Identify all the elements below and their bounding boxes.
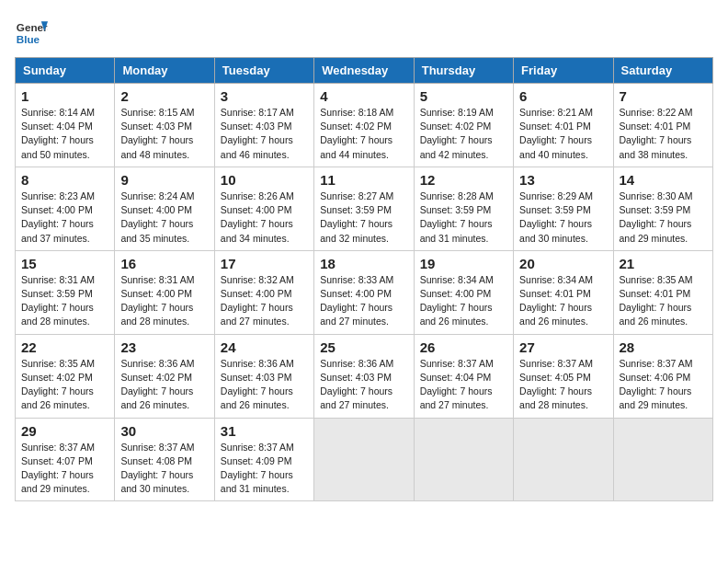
calendar-cell: 2Sunrise: 8:15 AM Sunset: 4:03 PM Daylig… <box>115 84 214 167</box>
calendar-cell: 16Sunrise: 8:31 AM Sunset: 4:00 PM Dayli… <box>115 250 214 334</box>
day-info: Sunrise: 8:37 AM Sunset: 4:06 PM Dayligh… <box>620 357 707 413</box>
day-info: Sunrise: 8:37 AM Sunset: 4:07 PM Dayligh… <box>21 441 108 497</box>
day-info: Sunrise: 8:24 AM Sunset: 4:00 PM Dayligh… <box>120 190 208 246</box>
day-number: 12 <box>420 172 507 188</box>
calendar-cell: 12Sunrise: 8:28 AM Sunset: 3:59 PM Dayli… <box>414 167 513 250</box>
calendar-cell: 1Sunrise: 8:14 AM Sunset: 4:04 PM Daylig… <box>16 84 115 167</box>
day-number: 29 <box>21 423 108 439</box>
day-info: Sunrise: 8:30 AM Sunset: 3:59 PM Dayligh… <box>620 190 707 246</box>
weekday-header-thursday: Thursday <box>414 58 513 84</box>
day-number: 4 <box>320 88 407 104</box>
calendar-cell: 18Sunrise: 8:33 AM Sunset: 4:00 PM Dayli… <box>314 250 414 334</box>
calendar-cell: 11Sunrise: 8:27 AM Sunset: 3:59 PM Dayli… <box>314 167 414 250</box>
calendar-cell: 4Sunrise: 8:18 AM Sunset: 4:02 PM Daylig… <box>314 84 414 167</box>
day-number: 2 <box>120 88 208 104</box>
calendar-cell: 17Sunrise: 8:32 AM Sunset: 4:00 PM Dayli… <box>214 250 313 334</box>
day-number: 26 <box>420 339 507 355</box>
calendar-cell: 10Sunrise: 8:26 AM Sunset: 4:00 PM Dayli… <box>214 167 313 250</box>
calendar-cell: 27Sunrise: 8:37 AM Sunset: 4:05 PM Dayli… <box>514 334 613 418</box>
day-info: Sunrise: 8:35 AM Sunset: 4:02 PM Dayligh… <box>21 357 108 413</box>
day-info: Sunrise: 8:22 AM Sunset: 4:01 PM Dayligh… <box>620 106 707 162</box>
day-info: Sunrise: 8:31 AM Sunset: 4:00 PM Dayligh… <box>120 273 208 329</box>
day-info: Sunrise: 8:33 AM Sunset: 4:00 PM Dayligh… <box>320 273 407 329</box>
day-info: Sunrise: 8:23 AM Sunset: 4:00 PM Dayligh… <box>21 190 108 246</box>
calendar-cell: 14Sunrise: 8:30 AM Sunset: 3:59 PM Dayli… <box>613 167 712 250</box>
calendar-cell: 31Sunrise: 8:37 AM Sunset: 4:09 PM Dayli… <box>214 418 313 501</box>
day-number: 15 <box>21 256 108 271</box>
day-info: Sunrise: 8:37 AM Sunset: 4:05 PM Dayligh… <box>519 357 607 413</box>
day-info: Sunrise: 8:27 AM Sunset: 3:59 PM Dayligh… <box>320 190 407 246</box>
day-number: 27 <box>519 339 607 355</box>
day-info: Sunrise: 8:19 AM Sunset: 4:02 PM Dayligh… <box>420 106 507 162</box>
calendar-cell: 28Sunrise: 8:37 AM Sunset: 4:06 PM Dayli… <box>613 334 712 418</box>
day-number: 13 <box>519 172 607 188</box>
calendar-cell: 23Sunrise: 8:36 AM Sunset: 4:02 PM Dayli… <box>115 334 214 418</box>
calendar-cell: 6Sunrise: 8:21 AM Sunset: 4:01 PM Daylig… <box>514 84 613 167</box>
day-number: 14 <box>620 172 707 188</box>
day-number: 5 <box>420 88 507 104</box>
calendar-cell: 9Sunrise: 8:24 AM Sunset: 4:00 PM Daylig… <box>115 167 214 250</box>
day-number: 20 <box>519 256 607 271</box>
calendar-cell: 25Sunrise: 8:36 AM Sunset: 4:03 PM Dayli… <box>314 334 414 418</box>
day-number: 7 <box>620 88 707 104</box>
calendar-cell: 24Sunrise: 8:36 AM Sunset: 4:03 PM Dayli… <box>214 334 313 418</box>
day-info: Sunrise: 8:31 AM Sunset: 3:59 PM Dayligh… <box>21 273 108 329</box>
day-number: 31 <box>221 423 308 439</box>
calendar-cell <box>314 418 414 501</box>
calendar-cell: 29Sunrise: 8:37 AM Sunset: 4:07 PM Dayli… <box>16 418 115 501</box>
day-info: Sunrise: 8:35 AM Sunset: 4:01 PM Dayligh… <box>620 273 707 329</box>
day-info: Sunrise: 8:34 AM Sunset: 4:00 PM Dayligh… <box>420 273 507 329</box>
day-info: Sunrise: 8:17 AM Sunset: 4:03 PM Dayligh… <box>221 106 308 162</box>
logo: General Blue <box>15 15 48 48</box>
day-info: Sunrise: 8:36 AM Sunset: 4:03 PM Dayligh… <box>221 357 308 413</box>
logo-icon: General Blue <box>15 15 48 48</box>
day-number: 23 <box>120 339 208 355</box>
day-number: 19 <box>420 256 507 271</box>
day-number: 25 <box>320 339 407 355</box>
day-info: Sunrise: 8:32 AM Sunset: 4:00 PM Dayligh… <box>221 273 308 329</box>
calendar-cell: 30Sunrise: 8:37 AM Sunset: 4:08 PM Dayli… <box>115 418 214 501</box>
calendar-cell: 5Sunrise: 8:19 AM Sunset: 4:02 PM Daylig… <box>414 84 513 167</box>
calendar-cell: 13Sunrise: 8:29 AM Sunset: 3:59 PM Dayli… <box>514 167 613 250</box>
day-info: Sunrise: 8:14 AM Sunset: 4:04 PM Dayligh… <box>21 106 108 162</box>
day-info: Sunrise: 8:28 AM Sunset: 3:59 PM Dayligh… <box>420 190 507 246</box>
day-number: 10 <box>221 172 308 188</box>
day-number: 22 <box>21 339 108 355</box>
svg-text:Blue: Blue <box>17 33 40 45</box>
day-info: Sunrise: 8:34 AM Sunset: 4:01 PM Dayligh… <box>519 273 607 329</box>
day-number: 1 <box>21 88 108 104</box>
weekday-header-friday: Friday <box>514 58 613 84</box>
calendar-cell: 21Sunrise: 8:35 AM Sunset: 4:01 PM Dayli… <box>613 250 712 334</box>
calendar-table: SundayMondayTuesdayWednesdayThursdayFrid… <box>15 57 713 501</box>
calendar-cell: 3Sunrise: 8:17 AM Sunset: 4:03 PM Daylig… <box>214 84 313 167</box>
day-info: Sunrise: 8:18 AM Sunset: 4:02 PM Dayligh… <box>320 106 407 162</box>
day-info: Sunrise: 8:29 AM Sunset: 3:59 PM Dayligh… <box>519 190 607 246</box>
day-number: 24 <box>221 339 308 355</box>
calendar-cell: 15Sunrise: 8:31 AM Sunset: 3:59 PM Dayli… <box>16 250 115 334</box>
calendar-cell: 20Sunrise: 8:34 AM Sunset: 4:01 PM Dayli… <box>514 250 613 334</box>
day-info: Sunrise: 8:37 AM Sunset: 4:08 PM Dayligh… <box>120 441 208 497</box>
weekday-header-monday: Monday <box>115 58 214 84</box>
day-number: 17 <box>221 256 308 271</box>
day-number: 30 <box>120 423 208 439</box>
weekday-header-sunday: Sunday <box>16 58 115 84</box>
day-number: 28 <box>620 339 707 355</box>
calendar-cell <box>514 418 613 501</box>
calendar-cell <box>613 418 712 501</box>
page-header: General Blue <box>15 15 713 48</box>
calendar-cell: 8Sunrise: 8:23 AM Sunset: 4:00 PM Daylig… <box>16 167 115 250</box>
day-number: 8 <box>21 172 108 188</box>
calendar-cell: 22Sunrise: 8:35 AM Sunset: 4:02 PM Dayli… <box>16 334 115 418</box>
day-info: Sunrise: 8:21 AM Sunset: 4:01 PM Dayligh… <box>519 106 607 162</box>
weekday-header-tuesday: Tuesday <box>214 58 313 84</box>
day-number: 18 <box>320 256 407 271</box>
day-info: Sunrise: 8:36 AM Sunset: 4:03 PM Dayligh… <box>320 357 407 413</box>
calendar-cell: 19Sunrise: 8:34 AM Sunset: 4:00 PM Dayli… <box>414 250 513 334</box>
day-info: Sunrise: 8:36 AM Sunset: 4:02 PM Dayligh… <box>120 357 208 413</box>
day-info: Sunrise: 8:37 AM Sunset: 4:04 PM Dayligh… <box>420 357 507 413</box>
day-info: Sunrise: 8:26 AM Sunset: 4:00 PM Dayligh… <box>221 190 308 246</box>
day-number: 9 <box>120 172 208 188</box>
weekday-header-saturday: Saturday <box>613 58 712 84</box>
day-info: Sunrise: 8:15 AM Sunset: 4:03 PM Dayligh… <box>120 106 208 162</box>
day-number: 6 <box>519 88 607 104</box>
